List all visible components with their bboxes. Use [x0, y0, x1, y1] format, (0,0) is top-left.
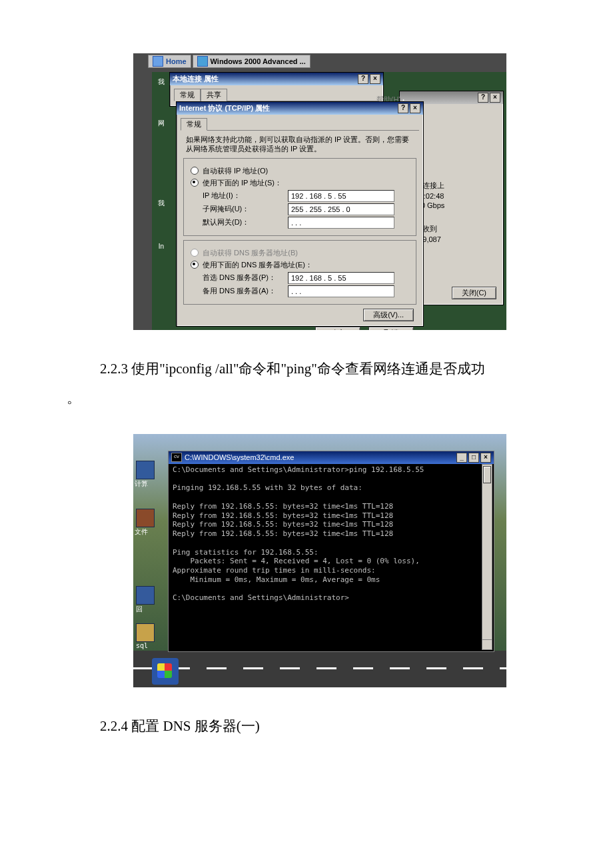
desktop-icon[interactable]: 网	[153, 119, 169, 128]
scrollbar-thumb[interactable]	[483, 466, 491, 483]
taskbar-home-label: Home	[166, 57, 187, 65]
close-icon[interactable]: ×	[370, 74, 380, 84]
subnet-mask-label: 子网掩码(U)：	[203, 204, 283, 214]
radio-auto-dns: 自动获得 DNS 服务器地址(B)	[191, 248, 409, 258]
close-icon[interactable]: ×	[410, 103, 420, 113]
desktop-icon-label: sql	[136, 642, 148, 649]
tcpip-title: Internet 协议 (TCP/IP) 属性	[179, 103, 270, 113]
preferred-dns-field[interactable]: 192 . 168 . 5 . 55	[288, 272, 394, 284]
app-icon	[197, 56, 208, 67]
tcpip-tabs: 常规	[181, 117, 419, 131]
radio-use-dns[interactable]: 使用下面的 DNS 服务器地址(E)：	[191, 260, 409, 270]
cmd-scrollbar[interactable]	[482, 464, 492, 650]
tab-general[interactable]: 常规	[181, 118, 207, 131]
taskbar-app-label: Windows 2000 Advanced ...	[211, 57, 306, 65]
conn-props-tabs: 常规 共享	[174, 88, 379, 101]
wallpaper-road	[133, 651, 506, 687]
radio-use-ip[interactable]: 使用下面的 IP 地址(S)：	[191, 178, 409, 188]
desktop-icon-label: 计算	[135, 479, 148, 489]
screenshot-tcpip-dialog: Home Windows 2000 Advanced ... 我 网 我 In …	[133, 53, 506, 330]
ip-address-label: IP 地址(I)：	[203, 191, 283, 201]
help-icon[interactable]: ?	[358, 74, 368, 84]
minimize-icon[interactable]: _	[456, 453, 467, 463]
conn-props-titlebar: 本地连接 属性 ? ×	[170, 73, 383, 85]
cmd-icon: cv	[171, 453, 182, 462]
cmd-window: cv C:\WINDOWS\system32\cmd.exe _ □ × C:\…	[168, 451, 494, 652]
maximize-icon[interactable]: □	[468, 453, 479, 463]
gateway-field[interactable]: . . .	[288, 217, 394, 229]
desktop-icon[interactable]: 我	[153, 77, 169, 87]
close-icon[interactable]: ×	[480, 453, 491, 463]
cmd-output[interactable]: C:\Documents and Settings\Administrator>…	[170, 464, 483, 650]
tab-general[interactable]: 常规	[174, 89, 201, 101]
desktop-icon-sql[interactable]	[136, 623, 155, 642]
tcpip-titlebar: Internet 协议 (TCP/IP) 属性 ? ×	[177, 102, 423, 115]
tab-share[interactable]: 共享	[201, 89, 227, 101]
cmd-title: C:\WINDOWS\system32\cmd.exe	[185, 453, 294, 461]
desktop-icon-recycle[interactable]	[136, 586, 155, 605]
cmd-titlebar: cv C:\WINDOWS\system32\cmd.exe _ □ ×	[169, 451, 494, 464]
subnet-mask-field[interactable]: 255 . 255 . 255 . 0	[288, 203, 394, 215]
tcpip-properties-window: Internet 协议 (TCP/IP) 属性 ? × 常规 如果网络支持此功能…	[176, 101, 424, 327]
help-icon[interactable]: ?	[478, 93, 488, 103]
gateway-label: 默认网关(D)：	[203, 217, 283, 227]
tcpip-description: 如果网络支持此功能，则可以获取自动指派的 IP 设置。否则，您需要从网络系统管理…	[186, 135, 414, 154]
desktop-icon-label: 回	[136, 605, 143, 614]
ip-groupbox: 自动获得 IP 地址(O) 使用下面的 IP 地址(S)： IP 地址(I)： …	[183, 158, 416, 236]
alt-dns-field[interactable]: . . .	[288, 285, 394, 297]
section-heading-223-tail: 。	[67, 389, 573, 407]
help-icon[interactable]: ?	[398, 103, 408, 113]
taskbar-home[interactable]: Home	[148, 55, 191, 68]
close-icon[interactable]: ×	[490, 93, 500, 103]
screenshot-cmd-ping: 计算 文件 回 sql cv C:\WINDOWS\system32\cmd.e…	[133, 434, 506, 687]
alt-dns-label: 备用 DNS 服务器(A)：	[203, 286, 283, 296]
guest-desktop: 我 网 我 In . ? × 已连接上 00:02:48	[152, 72, 506, 330]
close-button[interactable]: 关闭(C)	[452, 287, 496, 299]
radio-auto-ip[interactable]: 自动获得 IP 地址(O)	[191, 166, 409, 176]
desktop-icon[interactable]: 我	[153, 199, 169, 208]
preferred-dns-label: 首选 DNS 服务器(P)：	[203, 273, 283, 283]
desktop-icon-label: 文件	[135, 527, 148, 537]
ok-button[interactable]: 确定	[315, 327, 360, 330]
dns-groupbox: 自动获得 DNS 服务器地址(B) 使用下面的 DNS 服务器地址(E)： 首选…	[183, 240, 416, 305]
start-button[interactable]	[152, 658, 179, 685]
ip-address-field[interactable]: 192 . 168 . 5 . 55	[288, 190, 394, 202]
section-heading-224: 2.2.4 配置 DNS 服务器(一)	[100, 714, 573, 739]
scrollbar-arrow-down-icon[interactable]	[482, 639, 492, 649]
desktop-icon-computer[interactable]	[136, 461, 155, 479]
cancel-button[interactable]: 取消	[368, 327, 414, 330]
advanced-button[interactable]: 高级(V)...	[363, 309, 414, 321]
conn-props-title: 本地连接 属性	[173, 74, 219, 84]
section-heading-223: 2.2.3 使用"ipconfig /all"命令和"ping"命令查看网络连通…	[100, 357, 573, 382]
vm-taskbar: Home Windows 2000 Advanced ...	[148, 55, 310, 68]
home-icon	[153, 56, 163, 67]
desktop-icon[interactable]: In	[153, 243, 169, 250]
taskbar-app[interactable]: Windows 2000 Advanced ...	[193, 55, 310, 68]
desktop-icon-file[interactable]	[136, 509, 155, 527]
